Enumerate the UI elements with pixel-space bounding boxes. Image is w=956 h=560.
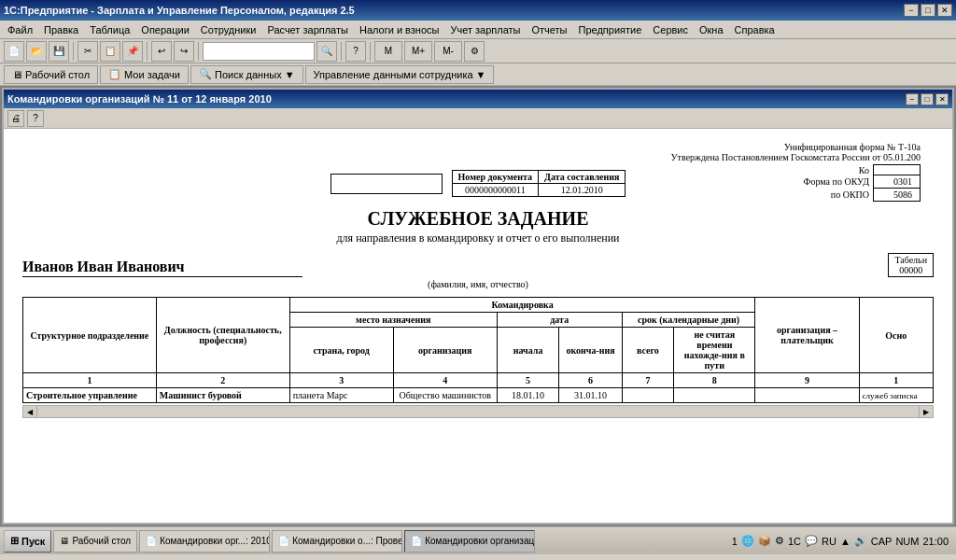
cmd3-icon: 📄 [411,536,422,546]
doc-content[interactable]: Унифицированная форма № Т-10а Утверждена… [4,129,952,523]
toolbar-paste[interactable]: 📌 [122,41,143,62]
tray-1c2-icon: 1С [788,536,801,547]
menu-reports[interactable]: Отчеты [527,22,573,37]
th-num6: 6 [559,373,622,388]
employee-name: Иванов Иван Иванович [22,259,302,277]
th-num7: 7 [622,373,674,388]
main-table: Структурное подразделение Должность (спе… [22,297,934,403]
tray-up-icon: ▲ [840,536,851,547]
menu-operations[interactable]: Операции [135,22,194,37]
toolbar-open[interactable]: 📂 [26,41,47,62]
tab-value: 00000 [894,265,927,275]
th-struct: Структурное подразделение [23,298,157,373]
cell-osnov: служеб записка [859,388,933,403]
th-srok: срок (календарные дни) [622,313,755,328]
tray-conf-icon: ⚙ [775,535,784,547]
ks-value [874,165,921,175]
main-title: СЛУЖЕБНОЕ ЗАДАНИЕ [22,208,934,230]
close-button[interactable]: ✕ [937,4,952,17]
doc-tool-question[interactable]: ? [27,110,44,127]
okud-value: 0301 [874,175,921,189]
nav-tasks-label: Мои задачи [124,69,180,80]
cell-org-plat [755,388,859,403]
toolbar-m-minus[interactable]: M- [434,41,462,62]
menu-table[interactable]: Таблица [84,22,135,37]
menu-taxes[interactable]: Налоги и взносы [354,22,445,37]
taskbar-desktop[interactable]: 🖥 Рабочий стол [53,530,137,553]
menu-file[interactable]: Файл [2,22,38,37]
nav-desktop[interactable]: 🖥 Рабочий стол [4,65,98,84]
cell-city: планета Марс [289,388,393,403]
nav-search[interactable]: 🔍 Поиск данных ▼ [190,65,303,84]
dropdown-icon: ▼ [285,69,295,80]
toolbar-m-plus[interactable]: M [374,41,402,62]
scroll-left[interactable]: ◀ [22,405,37,418]
menu-accounting[interactable]: Учет зарплаты [444,22,526,37]
th-num1: 1 [23,373,157,388]
toolbar-new[interactable]: 📄 [4,41,24,62]
approved-text: Утверждена Постановлением Госкомстата Ро… [671,152,921,162]
th-org: организация [393,328,497,373]
maximize-button[interactable]: □ [921,4,935,17]
toolbar-undo[interactable]: ↩ [151,41,172,62]
toolbar-cut[interactable]: ✂ [77,41,98,62]
nav-bar: 🖥 Рабочий стол 📋 Мои задачи 🔍 Поиск данн… [0,63,956,86]
toolbar-m-plus2[interactable]: M+ [404,41,432,62]
menu-enterprise[interactable]: Предприятие [573,22,648,37]
dropdown2-icon: ▼ [476,69,486,80]
th-num5: 5 [497,373,559,388]
fio-label: (фамилия, имя, отчество) [22,279,934,289]
tray-lang[interactable]: RU [822,536,836,547]
toolbar-separator2 [147,42,148,61]
cmd2-icon: 📄 [278,536,289,546]
nav-employee-label: Управление данными сотрудника [314,69,473,80]
th-num9: 9 [755,373,859,388]
print-area: Унифицированная форма № Т-10а Утверждена… [7,133,949,487]
search-input[interactable] [203,42,315,61]
menu-help[interactable]: Справка [729,22,780,37]
cell-start: 18.01.10 [497,388,559,403]
doc-minimize[interactable]: − [906,93,919,105]
toolbar-help[interactable]: ? [345,41,366,62]
nav-employee-data[interactable]: Управление данными сотрудника ▼ [305,65,495,84]
menu-service[interactable]: Сервис [647,22,694,37]
system-tray: 1 🌐 📦 ⚙ 1С 💬 RU ▲ 🔊 CAP NUM 21:00 [728,535,952,547]
doc-close[interactable]: ✕ [935,93,949,105]
employee-row: Иванов Иван Иванович Табельн 00000 [22,253,934,277]
taskbar-cmd2[interactable]: 📄 Командировки о...: Проведен [272,530,402,553]
app-title: 1С:Предприятие - Зарплата и Управление П… [4,5,355,16]
desktop-icon: 🖥 [12,69,22,80]
menu-edit[interactable]: Правка [38,22,84,37]
nav-tasks[interactable]: 📋 Мои задачи [100,65,189,84]
taskbar-cmd1[interactable]: 📄 Командировки орг...: 2010 г. [139,530,270,553]
taskbar-cmd3[interactable]: 📄 Командировки организации... [404,530,535,553]
toolbar-copy[interactable]: 📋 [100,41,120,62]
menu-employees[interactable]: Сотрудники [195,22,262,37]
scroll-right[interactable]: ▶ [919,405,934,418]
tray-time: 21:00 [922,536,949,547]
toolbar-separator3 [198,42,199,61]
doc-number-table: Номер документа Дата составления 0000000… [452,170,626,197]
tasks-icon: 📋 [108,68,121,80]
toolbar-separator4 [341,42,342,61]
tray-skype-icon: 💬 [805,535,818,547]
th-num2: 2 [156,373,289,388]
menu-windows[interactable]: Окна [694,22,729,37]
toolbar-search[interactable]: 🔍 [316,41,337,62]
menu-salary[interactable]: Расчет зарплаты [261,22,354,37]
th-end: оконча-ния [559,328,622,373]
th-city: страна, город [289,328,393,373]
start-button[interactable]: ⊞ Пуск [4,530,51,553]
toolbar-save[interactable]: 💾 [49,41,69,62]
cell-end: 31.01.10 [559,388,622,403]
toolbar-settings[interactable]: ⚙ [464,41,485,62]
tab-number-box: Табельн 00000 [888,253,934,277]
minimize-button[interactable]: − [904,4,919,17]
doc-maximize[interactable]: □ [921,93,934,105]
tray-sound-icon: 🔊 [854,535,867,547]
th-start: начала [497,328,559,373]
th-osnov: Осно [859,298,933,373]
doc-title: Командировки организаций № 11 от 12 янва… [7,93,272,105]
toolbar-redo[interactable]: ↪ [174,41,194,62]
doc-tool-print[interactable]: 🖨 [7,110,24,127]
